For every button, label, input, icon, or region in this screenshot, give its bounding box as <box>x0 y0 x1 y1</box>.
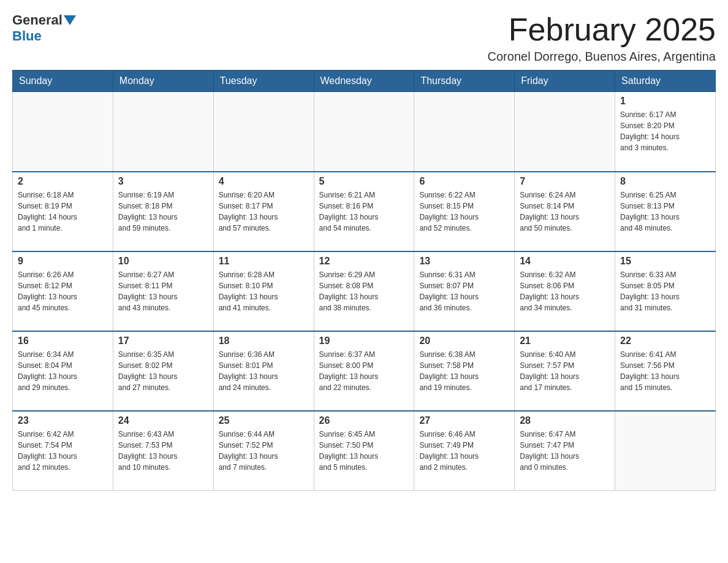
calendar-week-row: 2Sunrise: 6:18 AM Sunset: 8:19 PM Daylig… <box>13 172 716 251</box>
calendar-cell: 7Sunrise: 6:24 AM Sunset: 8:14 PM Daylig… <box>515 172 615 251</box>
day-number: 3 <box>118 176 208 187</box>
day-number: 11 <box>219 256 309 267</box>
calendar-cell: 21Sunrise: 6:40 AM Sunset: 7:57 PM Dayli… <box>515 331 615 411</box>
day-number: 21 <box>520 335 610 347</box>
weekday-header-saturday: Saturday <box>615 71 716 92</box>
calendar-cell <box>515 92 615 172</box>
day-number: 24 <box>118 415 208 426</box>
day-number: 13 <box>419 256 509 267</box>
logo-general-text: General <box>12 12 63 28</box>
day-number: 18 <box>219 335 309 347</box>
calendar-cell: 6Sunrise: 6:22 AM Sunset: 8:15 PM Daylig… <box>414 172 515 251</box>
month-title: February 2025 <box>488 12 716 47</box>
day-number: 10 <box>118 256 208 267</box>
calendar-cell: 19Sunrise: 6:37 AM Sunset: 8:00 PM Dayli… <box>314 331 414 411</box>
calendar-cell: 14Sunrise: 6:32 AM Sunset: 8:06 PM Dayli… <box>515 251 615 331</box>
title-section: February 2025 Coronel Dorrego, Buenos Ai… <box>488 12 716 64</box>
day-info: Sunrise: 6:19 AM Sunset: 8:18 PM Dayligh… <box>118 190 208 234</box>
calendar-week-row: 23Sunrise: 6:42 AM Sunset: 7:54 PM Dayli… <box>13 411 716 491</box>
day-info: Sunrise: 6:17 AM Sunset: 8:20 PM Dayligh… <box>620 109 710 153</box>
logo: General Blue <box>12 12 77 44</box>
day-info: Sunrise: 6:18 AM Sunset: 8:19 PM Dayligh… <box>18 190 108 234</box>
logo-triangle-icon <box>64 15 76 25</box>
calendar-cell: 20Sunrise: 6:38 AM Sunset: 7:58 PM Dayli… <box>414 331 515 411</box>
calendar-cell <box>615 411 716 491</box>
day-info: Sunrise: 6:45 AM Sunset: 7:50 PM Dayligh… <box>319 429 409 473</box>
calendar-table: SundayMondayTuesdayWednesdayThursdayFrid… <box>12 70 716 491</box>
day-number: 28 <box>520 415 610 426</box>
day-number: 9 <box>18 256 108 267</box>
day-number: 22 <box>620 335 710 347</box>
day-info: Sunrise: 6:38 AM Sunset: 7:58 PM Dayligh… <box>419 349 509 393</box>
calendar-week-row: 1Sunrise: 6:17 AM Sunset: 8:20 PM Daylig… <box>13 92 716 172</box>
calendar-cell: 24Sunrise: 6:43 AM Sunset: 7:53 PM Dayli… <box>113 411 213 491</box>
weekday-header-wednesday: Wednesday <box>314 71 414 92</box>
weekday-header-thursday: Thursday <box>414 71 515 92</box>
calendar-cell: 22Sunrise: 6:41 AM Sunset: 7:56 PM Dayli… <box>615 331 716 411</box>
calendar-week-row: 16Sunrise: 6:34 AM Sunset: 8:04 PM Dayli… <box>13 331 716 411</box>
day-number: 23 <box>18 415 108 426</box>
day-number: 26 <box>319 415 409 426</box>
weekday-header-sunday: Sunday <box>13 71 113 92</box>
day-number: 27 <box>419 415 509 426</box>
day-number: 17 <box>118 335 208 347</box>
calendar-cell: 26Sunrise: 6:45 AM Sunset: 7:50 PM Dayli… <box>314 411 414 491</box>
calendar-cell: 16Sunrise: 6:34 AM Sunset: 8:04 PM Dayli… <box>13 331 113 411</box>
calendar-cell: 28Sunrise: 6:47 AM Sunset: 7:47 PM Dayli… <box>515 411 615 491</box>
day-info: Sunrise: 6:29 AM Sunset: 8:08 PM Dayligh… <box>319 269 409 313</box>
day-info: Sunrise: 6:35 AM Sunset: 8:02 PM Dayligh… <box>118 349 208 393</box>
day-number: 6 <box>419 176 509 187</box>
day-info: Sunrise: 6:22 AM Sunset: 8:15 PM Dayligh… <box>419 190 509 234</box>
calendar-cell: 15Sunrise: 6:33 AM Sunset: 8:05 PM Dayli… <box>615 251 716 331</box>
calendar-week-row: 9Sunrise: 6:26 AM Sunset: 8:12 PM Daylig… <box>13 251 716 331</box>
weekday-header-friday: Friday <box>515 71 615 92</box>
day-info: Sunrise: 6:34 AM Sunset: 8:04 PM Dayligh… <box>18 349 108 393</box>
day-info: Sunrise: 6:43 AM Sunset: 7:53 PM Dayligh… <box>118 429 208 473</box>
day-info: Sunrise: 6:44 AM Sunset: 7:52 PM Dayligh… <box>219 429 309 473</box>
calendar-cell: 23Sunrise: 6:42 AM Sunset: 7:54 PM Dayli… <box>13 411 113 491</box>
calendar-cell <box>113 92 213 172</box>
day-number: 15 <box>620 256 710 267</box>
location-title: Coronel Dorrego, Buenos Aires, Argentina <box>488 50 716 64</box>
day-info: Sunrise: 6:24 AM Sunset: 8:14 PM Dayligh… <box>520 190 610 234</box>
day-info: Sunrise: 6:20 AM Sunset: 8:17 PM Dayligh… <box>219 190 309 234</box>
day-info: Sunrise: 6:46 AM Sunset: 7:49 PM Dayligh… <box>419 429 509 473</box>
day-info: Sunrise: 6:47 AM Sunset: 7:47 PM Dayligh… <box>520 429 610 473</box>
calendar-cell <box>314 92 414 172</box>
day-number: 1 <box>620 96 710 107</box>
weekday-header-monday: Monday <box>113 71 213 92</box>
day-info: Sunrise: 6:31 AM Sunset: 8:07 PM Dayligh… <box>419 269 509 313</box>
day-info: Sunrise: 6:27 AM Sunset: 8:11 PM Dayligh… <box>118 269 208 313</box>
calendar-cell <box>13 92 113 172</box>
calendar-cell: 2Sunrise: 6:18 AM Sunset: 8:19 PM Daylig… <box>13 172 113 251</box>
calendar-cell: 8Sunrise: 6:25 AM Sunset: 8:13 PM Daylig… <box>615 172 716 251</box>
calendar-cell <box>414 92 515 172</box>
calendar-cell: 11Sunrise: 6:28 AM Sunset: 8:10 PM Dayli… <box>213 251 314 331</box>
day-number: 12 <box>319 256 409 267</box>
calendar-cell: 27Sunrise: 6:46 AM Sunset: 7:49 PM Dayli… <box>414 411 515 491</box>
day-info: Sunrise: 6:32 AM Sunset: 8:06 PM Dayligh… <box>520 269 610 313</box>
calendar-cell <box>213 92 314 172</box>
page-header: General Blue February 2025 Coronel Dorre… <box>12 12 716 64</box>
day-number: 19 <box>319 335 409 347</box>
calendar-cell: 3Sunrise: 6:19 AM Sunset: 8:18 PM Daylig… <box>113 172 213 251</box>
day-info: Sunrise: 6:26 AM Sunset: 8:12 PM Dayligh… <box>18 269 108 313</box>
calendar-cell: 18Sunrise: 6:36 AM Sunset: 8:01 PM Dayli… <box>213 331 314 411</box>
calendar-header-row: SundayMondayTuesdayWednesdayThursdayFrid… <box>13 71 716 92</box>
day-info: Sunrise: 6:25 AM Sunset: 8:13 PM Dayligh… <box>620 190 710 234</box>
calendar-cell: 4Sunrise: 6:20 AM Sunset: 8:17 PM Daylig… <box>213 172 314 251</box>
day-number: 14 <box>520 256 610 267</box>
day-info: Sunrise: 6:28 AM Sunset: 8:10 PM Dayligh… <box>219 269 309 313</box>
day-number: 7 <box>520 176 610 187</box>
day-info: Sunrise: 6:36 AM Sunset: 8:01 PM Dayligh… <box>219 349 309 393</box>
day-number: 20 <box>419 335 509 347</box>
day-number: 5 <box>319 176 409 187</box>
calendar-cell: 17Sunrise: 6:35 AM Sunset: 8:02 PM Dayli… <box>113 331 213 411</box>
logo-blue-text: Blue <box>12 28 42 44</box>
day-info: Sunrise: 6:21 AM Sunset: 8:16 PM Dayligh… <box>319 190 409 234</box>
day-info: Sunrise: 6:42 AM Sunset: 7:54 PM Dayligh… <box>18 429 108 473</box>
calendar-cell: 12Sunrise: 6:29 AM Sunset: 8:08 PM Dayli… <box>314 251 414 331</box>
day-number: 25 <box>219 415 309 426</box>
day-number: 16 <box>18 335 108 347</box>
weekday-header-tuesday: Tuesday <box>213 71 314 92</box>
